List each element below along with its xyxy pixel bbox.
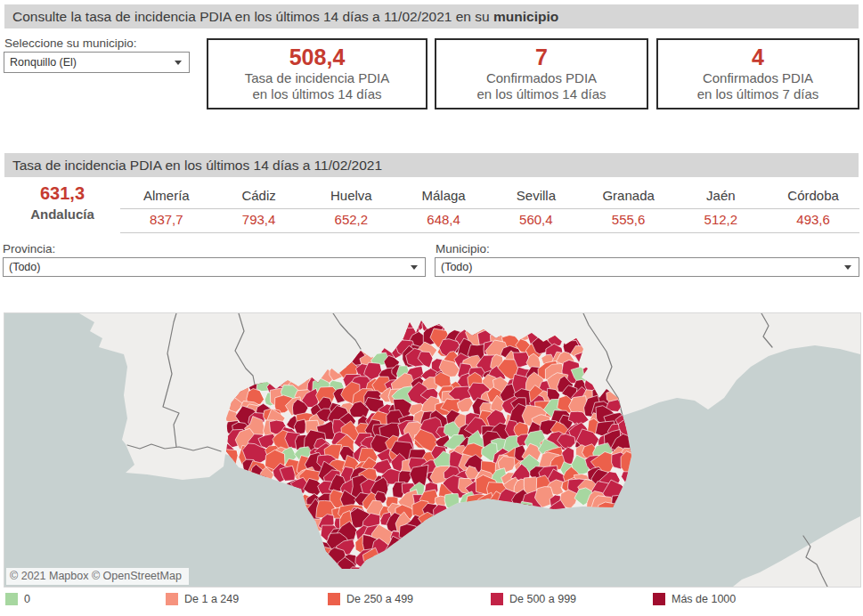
province-name: Huelva	[305, 187, 398, 208]
province-name: Sevilla	[490, 187, 582, 208]
map-legend: 0De 1 a 249De 250 a 499De 500 a 999Más d…	[0, 591, 863, 614]
legend-label: De 1 a 249	[184, 593, 239, 605]
main-title-bold: municipio	[493, 9, 558, 24]
municipio-selector-label: Seleccione su municipio:	[4, 36, 137, 50]
chevron-down-icon	[844, 265, 851, 270]
province-name: Jaén	[675, 187, 768, 208]
legend-item[interactable]: Más de 1000	[653, 593, 736, 605]
kpi-card-confirmed-14d: 7 Confirmados PDIA en los últimos 14 día…	[435, 38, 648, 109]
andalucia-total-label: Andalucía	[9, 207, 116, 222]
kpi-caption-line1: Tasa de incidencia PDIA	[208, 70, 426, 87]
kpi-card-confirmed-7d: 4 Confirmados PDIA en los últimos 7 días	[656, 38, 859, 109]
province-value[interactable]: 648,4	[397, 208, 490, 230]
kpi-caption-line1: Confirmados PDIA	[658, 70, 858, 87]
kpi-caption-line1: Confirmados PDIA	[436, 70, 647, 87]
chevron-down-icon	[411, 265, 418, 270]
table-rule-bottom	[120, 232, 859, 233]
province-value[interactable]: 652,2	[305, 208, 398, 230]
choropleth-map[interactable]: © 2021 Mapbox © OpenStreetMap	[4, 312, 861, 588]
chevron-down-icon	[175, 61, 182, 65]
legend-label: De 250 a 499	[346, 593, 413, 605]
province-name: Granada	[582, 187, 675, 208]
legend-swatch-icon	[328, 593, 340, 605]
kpi-caption-line2: en los últimos 7 días	[658, 86, 858, 103]
province-name: Córdoba	[767, 187, 859, 208]
legend-swatch-icon	[166, 593, 178, 605]
kpi-value: 508,4	[208, 45, 426, 70]
table-rule-top	[120, 208, 859, 209]
legend-item[interactable]: De 250 a 499	[328, 593, 413, 605]
legend-swatch-icon	[5, 593, 18, 605]
province-value[interactable]: 560,4	[490, 208, 582, 230]
provincia-filter-value: (Todo)	[9, 261, 40, 273]
legend-swatch-icon	[491, 593, 503, 605]
municipio-filter-dropdown[interactable]: (Todo)	[435, 257, 859, 277]
map-attribution[interactable]: © 2021 Mapbox © OpenStreetMap	[6, 568, 189, 585]
province-value[interactable]: 555,6	[582, 208, 675, 230]
main-title-banner: Consulte la tasa de incidencia PDIA en l…	[4, 4, 859, 28]
municipio-filter-label: Municipio:	[436, 242, 490, 255]
province-name: Málaga	[397, 187, 490, 208]
legend-label: Más de 1000	[672, 593, 736, 605]
legend-label: De 500 a 999	[509, 593, 576, 605]
province-name: Cádiz	[213, 187, 305, 208]
kpi-value: 7	[436, 45, 647, 70]
province-value[interactable]: 837,7	[120, 208, 213, 230]
province-name: Almería	[120, 187, 213, 208]
legend-swatch-icon	[653, 593, 665, 605]
municipio-selector-value: Ronquillo (El)	[10, 56, 77, 69]
municipio-filter-value: (Todo)	[441, 261, 472, 273]
kpi-card-incidence-rate: 508,4 Tasa de incidencia PDIA en los últ…	[207, 38, 427, 109]
andalucia-total-value: 631,3	[9, 183, 116, 204]
dashboard: Consulte la tasa de incidencia PDIA en l…	[0, 0, 863, 616]
map-canvas[interactable]	[4, 313, 860, 587]
kpi-caption-line2: en los últimos 14 días	[208, 86, 426, 103]
legend-item[interactable]: 0	[5, 593, 30, 605]
provincia-filter-dropdown[interactable]: (Todo)	[3, 257, 426, 277]
main-title-text: Consulte la tasa de incidencia PDIA en l…	[12, 9, 493, 24]
kpi-value: 4	[658, 45, 858, 70]
province-value[interactable]: 493,6	[767, 208, 859, 230]
province-value[interactable]: 793,4	[213, 208, 305, 230]
section-title-text: Tasa de incidencia PDIA en los últimos 1…	[12, 158, 382, 173]
provincia-filter-label: Provincia:	[3, 242, 55, 255]
province-value[interactable]: 512,2	[675, 208, 768, 230]
legend-item[interactable]: De 1 a 249	[166, 593, 239, 605]
kpi-caption-line2: en los últimos 14 días	[436, 86, 647, 103]
legend-item[interactable]: De 500 a 999	[491, 593, 576, 605]
legend-label: 0	[24, 593, 30, 605]
municipio-selector-dropdown[interactable]: Ronquillo (El)	[4, 52, 190, 73]
section-title-banner: Tasa de incidencia PDIA en los últimos 1…	[4, 153, 859, 177]
